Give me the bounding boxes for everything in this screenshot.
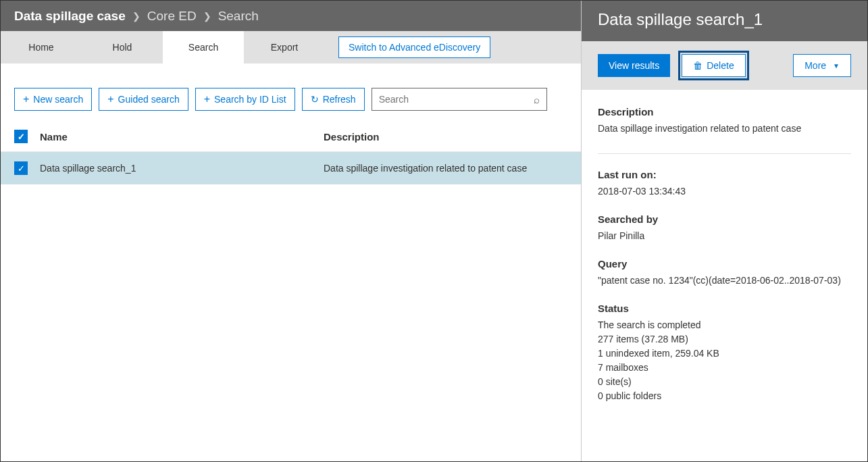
breadcrumb-root[interactable]: Data spillage case [14,9,126,24]
column-header-name[interactable]: Name [40,131,324,143]
plus-icon: + [23,93,29,105]
plus-icon: + [107,93,113,105]
more-label: More [805,60,826,71]
breadcrumb-mid[interactable]: Core ED [147,9,197,24]
table-header: ✓ Name Description [1,122,581,152]
breadcrumb-leaf: Search [218,9,259,24]
delete-button-highlight: 🗑 Delete [678,51,748,80]
detail-actions: View results 🗑 Delete More ▼ [582,41,867,90]
search-input[interactable] [379,94,534,105]
toolbar: + New search + Guided search + Search by… [1,63,581,122]
plus-icon: + [204,93,210,105]
tab-hold[interactable]: Hold [82,31,163,63]
refresh-label: Refresh [323,94,356,105]
description-value: Data spillage investigation related to p… [598,122,851,136]
column-header-description[interactable]: Description [324,131,567,143]
tab-home[interactable]: Home [1,31,82,63]
tab-export[interactable]: Export [244,31,325,63]
search-by-id-label: Search by ID List [214,94,286,105]
searched-by-value: Pilar Pinilla [598,229,851,243]
more-button[interactable]: More ▼ [793,54,851,77]
last-run-value: 2018-07-03 13:34:43 [598,184,851,199]
guided-search-button[interactable]: + Guided search [99,88,188,111]
table-row[interactable]: ✓ Data spillage search_1 Data spillage i… [1,152,581,184]
switch-advanced-button[interactable]: Switch to Advanced eDiscovery [338,36,490,58]
status-line: 1 unindexed item, 259.04 KB [598,346,851,361]
tab-search[interactable]: Search [163,31,244,63]
query-value: "patent case no. 1234"(cc)(date=2018-06-… [598,274,851,288]
description-heading: Description [598,106,851,118]
status-line: 0 site(s) [598,375,851,389]
divider [598,153,851,154]
detail-panel: Data spillage search_1 View results 🗑 De… [581,1,867,461]
search-icon[interactable]: ⌕ [534,94,540,105]
view-results-button[interactable]: View results [598,54,670,77]
new-search-label: New search [33,94,83,105]
new-search-button[interactable]: + New search [14,88,92,111]
last-run-heading: Last run on: [598,169,851,180]
chevron-right-icon: ❯ [203,11,211,22]
detail-title: Data spillage search_1 [582,1,867,41]
select-all-checkbox[interactable]: ✓ [14,130,28,143]
chevron-down-icon: ▼ [833,62,840,70]
delete-button[interactable]: 🗑 Delete [682,54,745,77]
chevron-right-icon: ❯ [132,11,141,22]
status-lines: The search is completed 277 items (37.28… [598,318,851,403]
row-description: Data spillage investigation related to p… [324,163,567,174]
search-box[interactable]: ⌕ [372,88,547,111]
status-heading: Status [598,303,851,314]
status-line: 277 items (37.28 MB) [598,332,851,346]
refresh-icon: ↻ [311,94,319,105]
status-line: 7 mailboxes [598,361,851,375]
breadcrumb: Data spillage case ❯ Core ED ❯ Search [1,1,581,31]
searched-by-heading: Searched by [598,213,851,225]
refresh-button[interactable]: ↻ Refresh [302,88,365,111]
status-line: The search is completed [598,318,851,332]
row-name: Data spillage search_1 [40,163,324,174]
query-heading: Query [598,258,851,270]
delete-label: Delete [707,60,734,71]
guided-search-label: Guided search [118,94,180,105]
search-by-id-button[interactable]: + Search by ID List [195,88,295,111]
tab-bar: Home Hold Search Export Switch to Advanc… [1,31,581,63]
row-checkbox[interactable]: ✓ [14,161,28,175]
trash-icon: 🗑 [693,60,703,71]
status-line: 0 public folders [598,389,851,403]
detail-body: Description Data spillage investigation … [582,90,867,461]
